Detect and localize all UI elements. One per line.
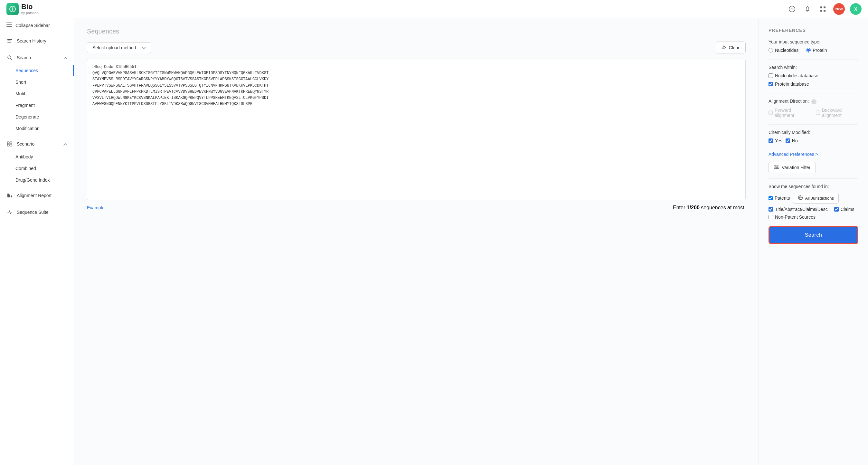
no-checkbox[interactable]	[785, 138, 790, 143]
sidebar-item-motif[interactable]: Motif	[0, 88, 74, 99]
search-group-header[interactable]: Search	[0, 51, 74, 65]
alignment-direction-group: Forward alignment Backward alignment	[769, 107, 858, 118]
sidebar-item-short[interactable]: Short	[0, 76, 74, 88]
yes-checkbox[interactable]	[769, 138, 773, 143]
title-abstract-checkbox-item[interactable]: Title/Abstract/Claims/Desc	[769, 207, 828, 212]
claims-checkbox[interactable]	[834, 207, 839, 212]
sequence-type-label: Your input sequence type:	[769, 39, 858, 44]
non-patent-checkbox-item[interactable]: Non-Patent Sources	[769, 214, 815, 220]
svg-rect-4	[824, 6, 826, 8]
forward-alignment-item[interactable]: Forward alignment	[769, 107, 808, 118]
patents-checkbox[interactable]	[769, 196, 773, 200]
backward-alignment-checkbox[interactable]	[816, 111, 820, 115]
upload-method-button[interactable]: Select upload method	[87, 42, 151, 53]
example-link[interactable]: Example	[87, 205, 104, 210]
yes-checkbox-item[interactable]: Yes	[769, 138, 782, 143]
sequence-count-current: 1/200	[687, 205, 700, 210]
claims-checkbox-item[interactable]: Claims	[834, 207, 855, 212]
main-layout: Collapse Sidebar Search History	[0, 18, 868, 465]
svg-rect-16	[10, 142, 12, 144]
eraser-icon	[722, 44, 727, 51]
sidebar-item-sequence-suite[interactable]: Sequence Suite	[0, 205, 74, 219]
svg-rect-15	[7, 142, 9, 144]
sidebar-item-search-history[interactable]: Search History	[0, 34, 74, 48]
divider-4	[769, 178, 858, 179]
header-actions: ? New X	[787, 3, 862, 15]
protein-db-checkbox[interactable]	[769, 82, 773, 86]
sub-checkbox-row-1: Title/Abstract/Claims/Desc Claims	[769, 207, 858, 212]
logo-area: Bio by patsnap	[6, 3, 39, 15]
clear-button[interactable]: Clear	[716, 41, 746, 54]
new-badge[interactable]: New	[833, 3, 845, 15]
globe-icon	[798, 195, 803, 201]
alignment-direction-label: Alignment Direction: i	[769, 98, 858, 104]
notifications-button[interactable]	[802, 4, 813, 14]
protein-radio-item[interactable]: Protein	[806, 48, 827, 53]
nucleotides-radio[interactable]	[769, 48, 773, 53]
logo-bio-text: Bio	[21, 3, 39, 11]
patents-checkbox-item[interactable]: Patents	[769, 195, 790, 200]
chemically-modified-group: Yes No	[769, 138, 858, 143]
protein-radio[interactable]	[806, 48, 811, 53]
alignment-info-icon[interactable]: i	[811, 99, 816, 104]
forward-alignment-checkbox[interactable]	[769, 111, 773, 115]
sidebar-item-antibody[interactable]: Antibody	[0, 151, 74, 163]
non-patent-checkbox[interactable]	[769, 215, 773, 219]
sequence-suite-icon	[6, 209, 13, 215]
search-within-label: Search within:	[769, 65, 858, 70]
sidebar-item-combined[interactable]: Combined	[0, 163, 74, 174]
scenario-group-header[interactable]: Scenario	[0, 137, 74, 151]
logo-icon	[6, 3, 19, 15]
sidebar-item-alignment-report[interactable]: Alignment Report	[0, 188, 74, 203]
logo-by-text: by patsnap	[21, 11, 39, 15]
advanced-preferences-link[interactable]: Advanced Preferences >	[769, 152, 818, 157]
backward-alignment-item[interactable]: Backward alignment	[816, 107, 858, 118]
chemically-modified-section: Chemically Modified: Yes No	[769, 130, 858, 143]
drug-gene-index-label: Drug/Gene Index	[16, 178, 50, 183]
nucleotides-radio-item[interactable]: Nucleotides	[769, 48, 799, 53]
all-jurisdictions-button[interactable]: All Jurisdictions	[793, 193, 839, 204]
sidebar-item-drug-gene-index[interactable]: Drug/Gene Index	[0, 174, 74, 186]
no-checkbox-item[interactable]: No	[785, 138, 798, 143]
nucleotides-db-checkbox-item[interactable]: Nucleotides database	[769, 73, 818, 78]
sequence-type-section: Your input sequence type: Nucleotides Pr…	[769, 39, 858, 53]
app-header: Bio by patsnap ? New X	[0, 0, 868, 18]
sequence-count-suffix: sequences at most.	[701, 205, 746, 210]
svg-line-14	[11, 59, 12, 60]
svg-rect-17	[7, 144, 9, 146]
sequence-count-info: Enter 1/200 sequences at most.	[673, 205, 746, 211]
scenario-group-label: Scenario	[17, 142, 34, 147]
scenario-icon	[6, 141, 13, 147]
search-group-label: Search	[17, 55, 31, 60]
sequence-suite-section: Sequence Suite	[0, 204, 74, 221]
svg-rect-6	[824, 10, 826, 11]
svg-rect-5	[820, 10, 822, 11]
search-group: Search Sequences Short Motif Fragment	[0, 49, 74, 135]
protein-db-checkbox-item[interactable]: Protein database	[769, 82, 809, 87]
nucleotides-db-checkbox[interactable]	[769, 73, 773, 78]
nucleotides-db-label: Nucleotides database	[775, 73, 818, 78]
svg-rect-21	[11, 195, 12, 197]
dropdown-chevron-icon	[142, 45, 146, 50]
user-avatar-button[interactable]: X	[850, 3, 862, 15]
preferences-panel: PREFERENCES Your input sequence type: Nu…	[758, 18, 868, 465]
search-icon	[6, 55, 13, 61]
title-abstract-checkbox[interactable]	[769, 207, 773, 212]
sub-checkbox-row-2: Non-Patent Sources	[769, 214, 858, 220]
sequence-suite-label: Sequence Suite	[17, 210, 49, 215]
sidebar-item-sequences[interactable]: Sequences	[0, 65, 74, 76]
variation-filter-button[interactable]: Variation Filter	[769, 162, 816, 173]
svg-rect-7	[6, 23, 12, 23]
collapse-sidebar-button[interactable]: Collapse Sidebar	[0, 18, 74, 33]
help-button[interactable]: ?	[787, 4, 797, 14]
sidebar-item-fragment[interactable]: Fragment	[0, 99, 74, 111]
svg-point-28	[775, 168, 777, 169]
claims-label: Claims	[841, 207, 855, 212]
no-label: No	[792, 138, 798, 143]
search-button[interactable]: Search	[769, 226, 858, 244]
grid-button[interactable]	[818, 4, 828, 14]
sidebar-item-degenerate[interactable]: Degenerate	[0, 111, 74, 123]
svg-point-26	[775, 165, 776, 166]
sidebar-item-modification[interactable]: Modification	[0, 123, 74, 134]
sequence-textarea[interactable]	[87, 59, 746, 200]
